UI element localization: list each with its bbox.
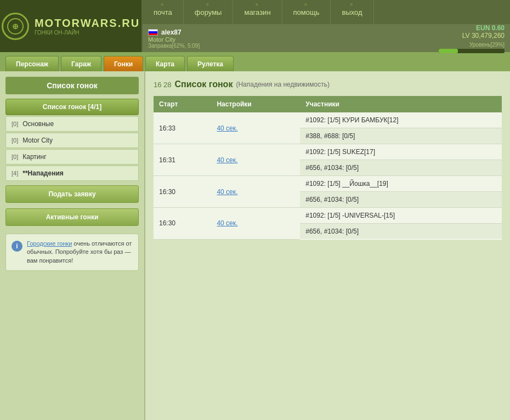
sidebar-item-osnovnye[interactable]: [0] Основные: [5, 116, 139, 132]
level-progress-bg: [439, 49, 505, 53]
user-location: Motor City: [148, 36, 200, 43]
user-details: alex87: [161, 29, 182, 36]
col-start: Старт: [154, 96, 211, 112]
logo-symbol: ⊕: [12, 22, 19, 31]
label-motorcity: Motor City: [22, 137, 53, 144]
info-link[interactable]: Городские гонки: [27, 240, 72, 247]
label-osnovnye: Основные: [22, 120, 54, 128]
nav-exit[interactable]: выход: [331, 0, 373, 24]
nav-area: почта форумы магазин помощь выход alex87…: [143, 0, 510, 52]
tab-ruletka[interactable]: Рулетка: [187, 56, 234, 71]
badge-osnovnye: [0]: [12, 121, 18, 127]
submit-application-btn[interactable]: Подать заявку: [5, 185, 139, 203]
race-settings-link-1[interactable]: 40 сек.: [217, 156, 237, 164]
race-p2-2: #656, #1034: [0/5]: [300, 192, 502, 208]
info-icon: i: [12, 241, 22, 252]
race-settings-link-3[interactable]: 40 сек.: [217, 219, 237, 227]
user-stats: EUN 0.60 LV 30,479,260 Уровень[29%]: [439, 24, 505, 53]
race-settings-link-0[interactable]: 40 сек.: [217, 124, 237, 132]
nav-shop[interactable]: магазин: [233, 0, 282, 24]
table-row: 16:31 40 сек. #1092: [1/5] SUKEZ[17]: [154, 144, 502, 160]
bottom-nav: Персонаж Гараж Гонки Карта Рулетка: [0, 52, 510, 71]
sidebar: Список гонок Список гонок [4/1] [0] Осно…: [0, 71, 145, 420]
race-p1-0: #1092: [1/5] КУРИ БАМБУК[12]: [300, 112, 502, 128]
fuel-info: Заправка[62%, 5:09]: [148, 43, 200, 49]
user-eun: EUN 0.60: [439, 24, 505, 32]
username: alex87: [161, 29, 182, 36]
content-title: Список гонок: [175, 80, 233, 89]
level-progress-fill: [439, 49, 458, 53]
content-area: 16 28 Список гонок (Нападения на недвижи…: [145, 71, 510, 420]
race-time-1: 16:31: [154, 144, 211, 176]
logo-icon: ⊕: [2, 13, 29, 40]
progress-bars: Уровень[29%]: [439, 42, 505, 53]
table-row: 16:33 40 сек. #1092: [1/5] КУРИ БАМБУК[1…: [154, 112, 502, 128]
table-row: 16:30 40 сек. #1092: [1/5] __Йошка__[19]: [154, 176, 502, 192]
badge-karting: [0]: [12, 154, 18, 160]
race-time-0: 16:33: [154, 112, 211, 144]
content-subtitle: (Нападения на недвижимость): [236, 81, 330, 88]
active-races-btn[interactable]: Активные гонки: [5, 208, 139, 226]
nav-help[interactable]: помощь: [282, 0, 331, 24]
sidebar-active-section[interactable]: Список гонок [4/1]: [5, 99, 139, 115]
info-box: i Городские гонки очень отличаются от об…: [5, 234, 139, 271]
race-p1-1: #1092: [1/5] SUKEZ[17]: [300, 144, 502, 160]
tab-karta[interactable]: Карта: [145, 56, 185, 71]
sidebar-item-napadeniya[interactable]: [4] **Нападения: [5, 166, 139, 181]
level-label: Уровень[29%]: [439, 42, 505, 48]
col-settings: Настройки: [211, 96, 300, 112]
race-p2-1: #656, #1034: [0/5]: [300, 160, 502, 176]
table-body: 16:33 40 сек. #1092: [1/5] КУРИ БАМБУК[1…: [154, 112, 502, 239]
header: ⊕ MOTORWARS.RU ГОНКИ ОН-ЛАЙН почта форум…: [0, 0, 510, 52]
table-row: 16:30 40 сек. #1092: [1/5] -UNIVERSAL-[1…: [154, 208, 502, 224]
race-p1-3: #1092: [1/5] -UNIVERSAL-[15]: [300, 208, 502, 224]
tab-personazh[interactable]: Персонаж: [5, 56, 59, 71]
page-numbers: 16 28: [154, 81, 172, 89]
table-head: Старт Настройки Участники: [154, 96, 502, 112]
sidebar-item-karting[interactable]: [0] Картинг: [5, 149, 139, 164]
sidebar-title: Список гонок: [5, 77, 139, 94]
race-p2-0: #388, #688: [0/5]: [300, 128, 502, 144]
badge-napadeniya: [4]: [12, 170, 18, 177]
races-table: Старт Настройки Участники 16:33 40 сек. …: [154, 96, 502, 240]
site-subtitle: ГОНКИ ОН-ЛАЙН: [35, 30, 140, 36]
main: Список гонок Список гонок [4/1] [0] Осно…: [0, 71, 510, 420]
logo-area: ⊕ MOTORWARS.RU ГОНКИ ОН-ЛАЙН: [0, 0, 143, 52]
race-p1-2: #1092: [1/5] __Йошка__[19]: [300, 176, 502, 192]
tab-gonki[interactable]: Гонки: [104, 56, 143, 71]
nav-forums[interactable]: форумы: [184, 0, 234, 24]
user-lv: LV 30,479,260: [439, 32, 505, 39]
user-info-bar: alex87 Motor City Заправка[62%, 5:09] EU…: [143, 25, 510, 52]
logo-icon-inner: ⊕: [7, 18, 24, 35]
content-header: 16 28 Список гонок (Нападения на недвижи…: [154, 80, 502, 89]
info-text: Городские гонки очень отличаются от обыч…: [27, 240, 133, 265]
race-time-2: 16:30: [154, 176, 211, 208]
nav-mail[interactable]: почта: [143, 0, 184, 24]
col-participants: Участники: [300, 96, 502, 112]
logo-text: MOTORWARS.RU ГОНКИ ОН-ЛАЙН: [35, 17, 140, 36]
top-nav: почта форумы магазин помощь выход: [143, 0, 510, 25]
tab-garazh[interactable]: Гараж: [61, 56, 101, 71]
user-flag: [148, 29, 158, 36]
race-p2-3: #656, #1034: [0/5]: [300, 224, 502, 240]
sidebar-item-motorcity[interactable]: [0] Motor City: [5, 133, 139, 148]
badge-motorcity: [0]: [12, 137, 18, 144]
table-header-row: Старт Настройки Участники: [154, 96, 502, 112]
user-left: alex87 Motor City Заправка[62%, 5:09]: [148, 29, 200, 49]
label-napadeniya: **Нападения: [22, 169, 64, 177]
user-flag-name: alex87: [148, 29, 200, 36]
site-name: MOTORWARS.RU: [35, 17, 140, 30]
label-karting: Картинг: [22, 153, 46, 161]
race-settings-link-2[interactable]: 40 сек.: [217, 188, 237, 196]
race-time-3: 16:30: [154, 208, 211, 240]
